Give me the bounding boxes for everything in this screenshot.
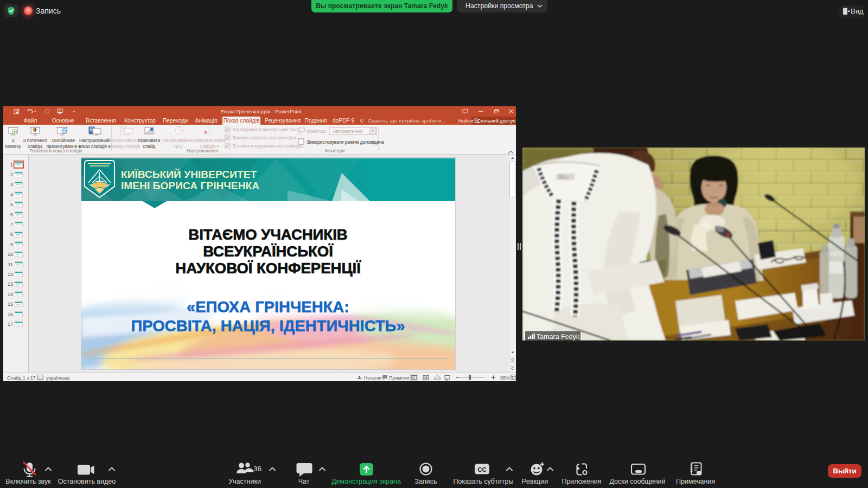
- svg-text:Монітор:: Монітор:: [307, 129, 327, 134]
- svg-text:Настроювання: Настроювання: [187, 148, 218, 153]
- svg-text:16: 16: [8, 312, 13, 317]
- svg-text:88%: 88%: [500, 375, 510, 381]
- svg-text:36: 36: [253, 465, 261, 473]
- svg-text:початку: початку: [5, 144, 22, 149]
- svg-text:Настроювання: Настроювання: [110, 138, 140, 143]
- svg-text:З: З: [12, 138, 15, 143]
- svg-text:12: 12: [8, 272, 13, 277]
- svg-text:ВІТАЄМО УЧАСНИКІВ: ВІТАЄМО УЧАСНИКІВ: [188, 226, 347, 243]
- svg-text:5: 5: [10, 202, 13, 207]
- svg-text:Примечания: Примечания: [676, 478, 715, 485]
- svg-text:6: 6: [10, 212, 13, 217]
- svg-text:8: 8: [10, 232, 13, 237]
- svg-text:Основне: Основне: [52, 118, 74, 124]
- svg-text:15: 15: [8, 301, 13, 307]
- svg-text:«ЕПОХА ГРІНЧЕНКА:: «ЕПОХА ГРІНЧЕНКА:: [187, 298, 349, 316]
- svg-text:11: 11: [8, 262, 13, 267]
- svg-text:Файл: Файл: [23, 118, 37, 124]
- svg-text:9: 9: [10, 242, 13, 247]
- svg-text:Використовувати хронометраж: Використовувати хронометраж: [233, 136, 297, 140]
- svg-text:Подання: Подання: [304, 118, 327, 124]
- svg-text:З поточного: З поточного: [23, 138, 48, 143]
- svg-text:часу: часу: [173, 144, 183, 149]
- svg-text:Настроюваний: Настроюваний: [79, 138, 110, 143]
- svg-text:Остановить видео: Остановить видео: [58, 478, 116, 485]
- svg-text:7: 7: [10, 222, 13, 227]
- svg-text:Демонстрация экрана: Демонстрация экрана: [331, 478, 401, 485]
- svg-text:Монітори: Монітори: [325, 148, 345, 153]
- svg-text:10: 10: [8, 252, 13, 257]
- svg-text:Показ слайдів: Показ слайдів: [224, 118, 260, 124]
- svg-text:Відтворювати дикторський текст: Відтворювати дикторський текст: [233, 127, 300, 132]
- svg-text:Вставлення: Вставлення: [86, 118, 116, 124]
- svg-text:Переходи: Переходи: [163, 118, 188, 124]
- svg-text:показ слайдів ▾: показ слайдів ▾: [79, 144, 111, 149]
- svg-text:CC: CC: [477, 466, 487, 473]
- svg-text:показу слайдів: показу слайдів: [110, 144, 140, 149]
- svg-text:Рецензування: Рецензування: [265, 118, 301, 124]
- svg-text:Розпочати показ слайдів: Розпочати показ слайдів: [29, 148, 82, 153]
- svg-text:Епоха Грінченка.pptx - PowerPo: Епоха Грінченка.pptx - PowerPoint: [220, 108, 302, 114]
- svg-text:2: 2: [10, 172, 13, 177]
- svg-text:17: 17: [8, 322, 13, 327]
- svg-text:Увійти: Увійти: [458, 118, 474, 124]
- svg-text:doPDF 9: doPDF 9: [333, 118, 355, 124]
- svg-text:Реакции: Реакции: [522, 478, 548, 485]
- svg-text:3: 3: [10, 182, 13, 187]
- svg-text:КИЇВСЬКИЙ УНІВЕРСИТЕТ: КИЇВСЬКИЙ УНІВЕРСИТЕТ: [121, 169, 257, 180]
- svg-text:ВСЕУКРАЇНСЬКОЇ: ВСЕУКРАЇНСЬКОЇ: [203, 243, 334, 260]
- svg-text:Анімація: Анімація: [195, 118, 218, 124]
- svg-text:Запись: Запись: [414, 478, 437, 485]
- svg-text:НАУКОВОЇ КОНФЕРЕНЦІЇ: НАУКОВОЇ КОНФЕРЕНЦІЇ: [175, 260, 361, 277]
- svg-text:14: 14: [8, 292, 13, 297]
- svg-text:Доски сообщений: Доски сообщений: [609, 478, 665, 485]
- svg-text:Спільний доступ: Спільний доступ: [477, 118, 516, 124]
- svg-text:ІМЕНІ БОРИСА ГРІНЧЕНКА: ІМЕНІ БОРИСА ГРІНЧЕНКА: [121, 180, 259, 191]
- svg-text:Приложения: Приложения: [561, 478, 601, 485]
- svg-text:Включить звук: Включить звук: [5, 478, 51, 485]
- svg-text:українська: українська: [46, 375, 69, 381]
- svg-text:13: 13: [8, 281, 13, 287]
- svg-text:Примітки: Примітки: [389, 375, 409, 381]
- svg-text:1: 1: [10, 162, 13, 168]
- svg-text:Слайд 1 з 17: Слайд 1 з 17: [7, 375, 36, 381]
- svg-text:Автоматично: Автоматично: [333, 129, 363, 134]
- svg-text:Використовувати режим доповіда: Використовувати режим доповідача: [307, 139, 384, 145]
- svg-text:Записати показ: Записати показ: [194, 138, 226, 143]
- svg-text:Показать субтитры: Показать субтитры: [454, 478, 514, 485]
- svg-text:Чат: Чат: [298, 478, 310, 485]
- svg-text:Конструктор: Конструктор: [124, 118, 156, 124]
- svg-text:Нотатки: Нотатки: [364, 375, 382, 381]
- svg-text:Приховати: Приховати: [138, 138, 161, 143]
- svg-text:Tamara Fedyk: Tamara Fedyk: [537, 333, 580, 341]
- svg-text:4: 4: [10, 192, 13, 197]
- svg-text:слайд: слайд: [143, 144, 156, 149]
- svg-text:Скажіть, що потрібно зробити…: Скажіть, що потрібно зробити…: [368, 118, 446, 124]
- svg-text:Онлайнове: Онлайнове: [52, 138, 75, 143]
- svg-text:Участники: Участники: [228, 478, 261, 485]
- svg-text:Елементи керування мультимедіа: Елементи керування мультимедіа: [233, 144, 303, 149]
- svg-text:ПРОСВІТА, НАЦІЯ, ІДЕНТИЧНІСТЬ»: ПРОСВІТА, НАЦІЯ, ІДЕНТИЧНІСТЬ»: [131, 317, 405, 335]
- svg-text:Настроювання: Настроювання: [163, 138, 193, 143]
